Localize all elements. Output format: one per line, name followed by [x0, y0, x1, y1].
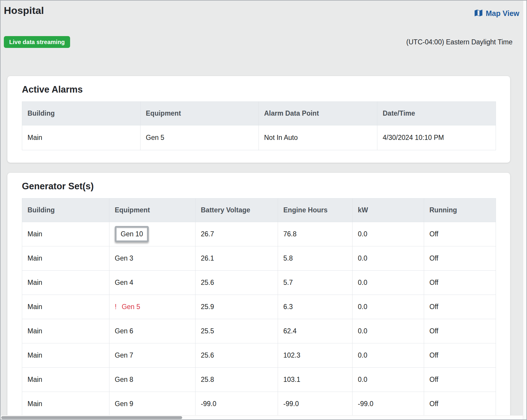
cell-battery-voltage: 25.5	[195, 319, 278, 343]
cell-kw: 0.0	[353, 271, 424, 295]
alarm-icon: !	[115, 303, 117, 311]
vertical-scrollbar[interactable]	[523, 1, 526, 419]
cell-kw: 0.0	[353, 295, 424, 319]
cell-engine-hours: 5.7	[278, 271, 353, 295]
table-row: Main Gen 5 Not In Auto 4/30/2024 10:10 P…	[22, 125, 496, 150]
map-view-link[interactable]: Map View	[474, 9, 519, 18]
active-alarms-table: Building Equipment Alarm Data Point Date…	[22, 101, 496, 150]
table-row: Main Gen 10 26.7 76.8 0.0 Off	[22, 222, 496, 246]
cell-building: Main	[22, 319, 109, 343]
horizontal-scrollbar[interactable]	[1, 415, 523, 419]
cell-battery-voltage: -99.0	[195, 392, 278, 416]
cell-engine-hours: 76.8	[278, 222, 353, 246]
equipment-link[interactable]: Gen 4	[115, 279, 133, 286]
active-alarms-card: Active Alarms Building Equipment Alarm D…	[7, 76, 510, 163]
cell-building: Main	[22, 246, 109, 271]
cell-kw: -99.0	[353, 392, 424, 416]
generator-sets-table: Building Equipment Battery Voltage Engin…	[22, 198, 496, 420]
cell-equipment: Gen 7	[109, 343, 195, 368]
cell-running: Off	[424, 271, 496, 295]
col-header-running: Running	[424, 198, 496, 222]
cell-date-time: 4/30/2024 10:10 PM	[377, 125, 496, 150]
cell-engine-hours: 6.3	[278, 295, 353, 319]
equipment-link[interactable]: Gen 9	[115, 400, 133, 408]
cell-building: Main	[22, 271, 109, 295]
cell-kw: 0.0	[353, 222, 424, 246]
col-header-date-time: Date/Time	[377, 102, 496, 125]
live-data-badge: Live data streaming	[4, 36, 70, 48]
cell-running: Off	[424, 392, 496, 416]
cell-battery-voltage: 26.1	[195, 246, 278, 271]
active-alarms-title: Active Alarms	[22, 84, 496, 95]
cell-battery-voltage: 26.7	[195, 222, 278, 246]
cell-running: Off	[424, 343, 496, 368]
col-header-kw: kW	[353, 198, 424, 222]
table-header-row: Building Equipment Battery Voltage Engin…	[22, 198, 496, 222]
cell-running: Off	[424, 246, 496, 271]
equipment-link[interactable]: Gen 6	[115, 327, 133, 335]
cell-building: Main	[22, 125, 140, 150]
table-row: Main !Gen 5 25.9 6.3 0.0 Off	[22, 295, 496, 319]
cell-engine-hours: -99.0	[278, 392, 353, 416]
cell-battery-voltage: 25.9	[195, 295, 278, 319]
cell-building: Main	[22, 368, 109, 392]
cell-equipment: Gen 6	[109, 319, 195, 343]
page-title: Hospital	[4, 5, 44, 16]
cell-building: Main	[22, 295, 109, 319]
equipment-link[interactable]: Gen 5	[146, 134, 164, 141]
timezone-label: (UTC-04:00) Eastern Daylight Time	[406, 38, 513, 46]
table-header-row: Building Equipment Alarm Data Point Date…	[22, 102, 496, 125]
cell-building: Main	[22, 392, 109, 416]
cell-building: Main	[22, 343, 109, 368]
cell-running: Off	[424, 295, 496, 319]
status-row: Live data streaming (UTC-04:00) Eastern …	[4, 36, 513, 48]
table-row: Main Gen 9 -99.0 -99.0 -99.0 Off	[22, 392, 496, 416]
page-header: Hospital Map View	[4, 5, 519, 18]
cell-equipment: Gen 3	[109, 246, 195, 271]
cell-equipment: Gen 9	[109, 392, 195, 416]
map-icon	[474, 9, 483, 18]
col-header-equipment: Equipment	[109, 198, 195, 222]
cell-battery-voltage: 25.8	[195, 368, 278, 392]
cell-engine-hours: 5.8	[278, 246, 353, 271]
cell-alarm-data-point: Not In Auto	[259, 125, 377, 150]
table-row: Main Gen 4 25.6 5.7 0.0 Off	[22, 271, 496, 295]
equipment-link[interactable]: Gen 5	[122, 303, 140, 311]
cell-kw: 0.0	[353, 343, 424, 368]
cell-battery-voltage: 25.6	[195, 343, 278, 368]
cell-battery-voltage: 25.6	[195, 271, 278, 295]
horizontal-scrollbar-thumb[interactable]	[1, 416, 182, 419]
col-header-building: Building	[22, 102, 140, 125]
equipment-link[interactable]: Gen 3	[115, 254, 133, 262]
cell-kw: 0.0	[353, 368, 424, 392]
generator-sets-title: Generator Set(s)	[22, 181, 496, 192]
cell-equipment: Gen 8	[109, 368, 195, 392]
equipment-link[interactable]: Gen 8	[115, 376, 133, 383]
map-view-label: Map View	[486, 9, 519, 18]
cell-engine-hours: 103.1	[278, 368, 353, 392]
cell-engine-hours: 102.3	[278, 343, 353, 368]
cell-equipment-alarm: !Gen 5	[109, 295, 195, 319]
col-header-equipment: Equipment	[140, 102, 259, 125]
equipment-link[interactable]: Gen 7	[115, 351, 133, 359]
table-row: Main Gen 6 25.5 62.4 0.0 Off	[22, 319, 496, 343]
cell-equipment: Gen 10	[109, 222, 195, 246]
table-row: Main Gen 8 25.8 103.1 0.0 Off	[22, 368, 496, 392]
cell-kw: 0.0	[353, 246, 424, 271]
equipment-link-focused[interactable]: Gen 10	[115, 226, 149, 242]
col-header-engine-hours: Engine Hours	[278, 198, 353, 222]
col-header-alarm-data-point: Alarm Data Point	[259, 102, 377, 125]
cell-equipment: Gen 5	[140, 125, 259, 150]
table-row: Main Gen 7 25.6 102.3 0.0 Off	[22, 343, 496, 368]
cell-running: Off	[424, 368, 496, 392]
cell-engine-hours: 62.4	[278, 319, 353, 343]
cell-building: Main	[22, 222, 109, 246]
generator-sets-card: Generator Set(s) Building Equipment Batt…	[7, 173, 510, 420]
cell-running: Off	[424, 222, 496, 246]
cell-kw: 0.0	[353, 319, 424, 343]
table-row: Main Gen 3 26.1 5.8 0.0 Off	[22, 246, 496, 271]
cell-running: Off	[424, 319, 496, 343]
col-header-battery-voltage: Battery Voltage	[195, 198, 278, 222]
col-header-building: Building	[22, 198, 109, 222]
cell-equipment: Gen 4	[109, 271, 195, 295]
